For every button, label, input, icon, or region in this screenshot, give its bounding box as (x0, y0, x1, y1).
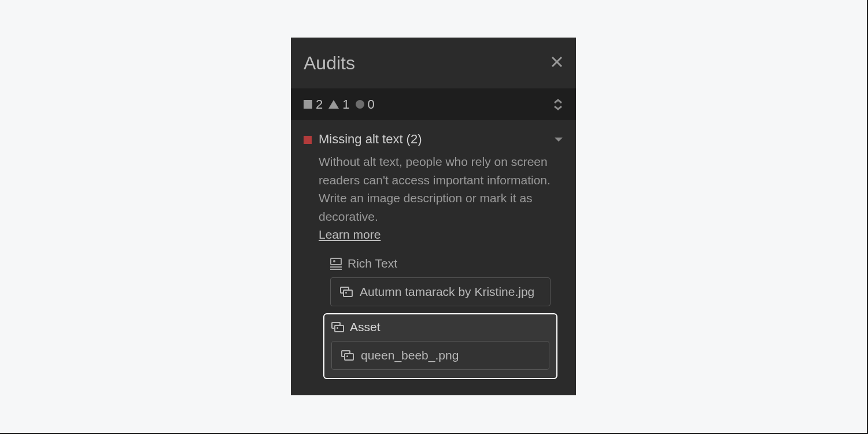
group-label-asset[interactable]: Asset (331, 320, 549, 334)
warning-count: 1 (342, 97, 349, 112)
close-icon[interactable] (551, 55, 563, 71)
info-count: 0 (368, 97, 375, 112)
panel-header: Audits (291, 38, 576, 88)
asset-item-asset[interactable]: queen_beeb_.png (331, 341, 549, 370)
learn-more-link[interactable]: Learn more (319, 228, 381, 242)
group-label-text: Rich Text (348, 257, 397, 270)
image-stack-icon (340, 287, 353, 297)
info-circle-icon (356, 100, 364, 109)
error-count-group[interactable]: 2 (304, 97, 323, 112)
group-rich-text: Rich Text Autumn tamarack by Kristine.jp… (330, 257, 551, 306)
rich-text-icon (330, 258, 342, 270)
summary-bar: 2 1 0 (291, 88, 576, 120)
group-asset: Asset queen_beeb_.png (323, 313, 557, 379)
group-label-text: Asset (350, 320, 381, 334)
image-stack-icon (331, 322, 344, 332)
warning-triangle-icon (328, 100, 339, 109)
issue-block: Missing alt text (2) Without alt text, p… (291, 120, 576, 385)
error-count: 2 (316, 97, 323, 112)
issue-description: Without alt text, people who rely on scr… (319, 153, 563, 225)
image-stack-icon (341, 350, 354, 361)
issue-body: Without alt text, people who rely on scr… (319, 153, 563, 242)
summary-counts: 2 1 0 (304, 97, 375, 112)
asset-filename: Autumn tamarack by Kristine.jpg (360, 285, 534, 299)
warning-count-group[interactable]: 1 (328, 97, 349, 112)
audits-panel: Audits 2 1 0 (291, 38, 576, 395)
panel-title: Audits (304, 53, 355, 74)
issue-header[interactable]: Missing alt text (2) (304, 132, 563, 147)
chevron-down-icon[interactable] (554, 135, 563, 144)
error-square-icon (304, 100, 312, 109)
asset-item-rich-text[interactable]: Autumn tamarack by Kristine.jpg (330, 277, 551, 306)
collapse-all-icon[interactable] (553, 99, 563, 110)
error-indicator-icon (304, 136, 312, 144)
issue-title: Missing alt text (2) (319, 132, 422, 147)
group-label-rich-text[interactable]: Rich Text (330, 257, 551, 270)
info-count-group[interactable]: 0 (356, 97, 375, 112)
asset-filename: queen_beeb_.png (361, 348, 459, 362)
